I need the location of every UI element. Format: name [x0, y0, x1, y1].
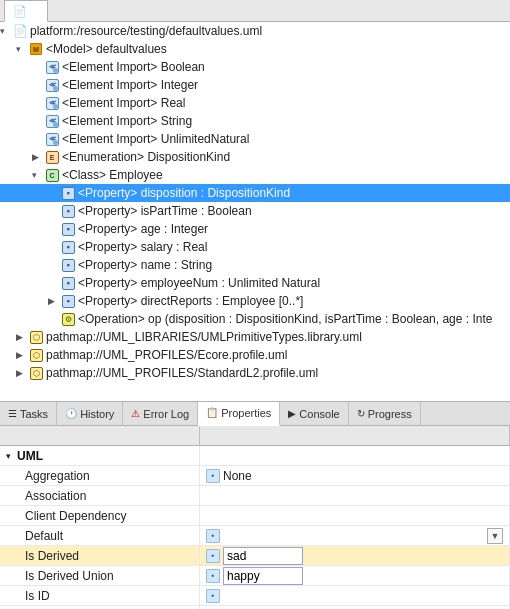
val-cell	[200, 506, 510, 525]
prop-label: Client Dependency	[25, 509, 126, 523]
tree-node-icon: ▪	[60, 221, 76, 237]
tree-node-icon: ⬡	[28, 329, 44, 345]
tree-panel: ▾📄platform:/resource/testing/defaultvalu…	[0, 22, 510, 402]
tree-node[interactable]: ▪<Property> isPartTime : Boolean	[0, 202, 510, 220]
prop-cell: Association	[0, 486, 200, 505]
tab-label: Tasks	[20, 408, 48, 420]
is-derived-input[interactable]	[223, 547, 303, 565]
props-row-is-derived: Is Derived▪	[0, 546, 510, 566]
tree-node[interactable]: ▪<Property> salary : Real	[0, 238, 510, 256]
tab-properties[interactable]: 📋Properties	[198, 402, 280, 426]
tree-node[interactable]: ▶E<Enumeration> DispositionKind	[0, 148, 510, 166]
props-row-default: Default▪▼	[0, 526, 510, 546]
tree-expand-icon[interactable]: ▶	[48, 296, 60, 306]
val-cell[interactable]: ▪	[200, 566, 510, 585]
props-icon: 📋	[206, 407, 218, 418]
tree-node[interactable]: ▶⬡pathmap://UML_PROFILES/Ecore.profile.u…	[0, 346, 510, 364]
tree-node[interactable]: ▾📄platform:/resource/testing/defaultvalu…	[0, 22, 510, 40]
tree-node[interactable]: ≪<Element Import> Boolean	[0, 58, 510, 76]
tree-expand-icon[interactable]: ▶	[16, 332, 28, 342]
tree-node-icon: ▪	[60, 203, 76, 219]
val-icon: ▪	[206, 469, 220, 483]
tab-errorlog[interactable]: ⚠Error Log	[123, 402, 198, 426]
prop-label: Default	[25, 529, 63, 543]
props-rows: ▾UMLAggregation▪NoneAssociationClient De…	[0, 446, 510, 609]
tree-node-icon: ▪	[60, 185, 76, 201]
tree-expand-icon[interactable]: ▶	[16, 368, 28, 378]
prop-cell: Is Derived	[0, 546, 200, 565]
tab-progress[interactable]: ↻Progress	[349, 402, 421, 426]
val-cell	[200, 486, 510, 505]
tree-node-label: <Property> name : String	[78, 258, 212, 272]
tree-node[interactable]: ⚙<Operation> op (disposition : Dispositi…	[0, 310, 510, 328]
tree-node-label: <Class> Employee	[62, 168, 163, 182]
tree-node-icon: ▪	[60, 293, 76, 309]
val-cell	[200, 446, 510, 465]
val-column-header	[200, 426, 510, 445]
tree-node-icon: ⬡	[28, 347, 44, 363]
tab-label: Properties	[221, 407, 271, 419]
tree-node[interactable]: ▪<Property> employeeNum : Unlimited Natu…	[0, 274, 510, 292]
tree-node-label: <Element Import> Boolean	[62, 60, 205, 74]
props-row-association: Association	[0, 486, 510, 506]
dropdown-button[interactable]: ▼	[487, 528, 503, 544]
tree-node[interactable]: ▶▪<Property> directReports : Employee [0…	[0, 292, 510, 310]
tree-node-label: <Property> salary : Real	[78, 240, 207, 254]
tree-node-label: platform:/resource/testing/defaultvalues…	[30, 24, 262, 38]
tree-expand-icon[interactable]: ▾	[32, 170, 44, 180]
tree-node-label: <Element Import> UnlimitedNatural	[62, 132, 249, 146]
bottom-tab-bar: ☰Tasks🕐History⚠Error Log📋Properties▶Cons…	[0, 402, 510, 426]
tree-node-label: pathmap://UML_PROFILES/Ecore.profile.uml	[46, 348, 287, 362]
tree-node-icon: ≪	[44, 131, 60, 147]
clock-icon: 🕐	[65, 408, 77, 419]
tree-node-label: <Property> disposition : DispositionKind	[78, 186, 290, 200]
tab-label: Progress	[368, 408, 412, 420]
val-cell[interactable]: ▪	[200, 546, 510, 565]
tree-node[interactable]: ≪<Element Import> String	[0, 112, 510, 130]
val-icon: ▪	[206, 529, 220, 543]
tree-expand-icon[interactable]: ▾	[16, 44, 28, 54]
tree-node-icon: ▪	[60, 257, 76, 273]
tab-tasks[interactable]: ☰Tasks	[0, 402, 57, 426]
tree-node-icon: E	[44, 149, 60, 165]
bottom-panel: ☰Tasks🕐History⚠Error Log📋Properties▶Cons…	[0, 402, 510, 609]
tree-node[interactable]: ▪<Property> age : Integer	[0, 220, 510, 238]
is-derived-union-input[interactable]	[223, 567, 303, 585]
tree-node[interactable]: ▶⬡pathmap://UML_PROFILES/StandardL2.prof…	[0, 364, 510, 382]
val-cell: ▪	[200, 586, 510, 605]
val-text: None	[223, 469, 252, 483]
tree-node-icon: ≪	[44, 113, 60, 129]
tree-node-icon: M	[28, 41, 44, 57]
tree-node-icon: 📄	[12, 23, 28, 39]
tree-node-icon: C	[44, 167, 60, 183]
tree-node[interactable]: ≪<Element Import> Integer	[0, 76, 510, 94]
tree-expand-icon[interactable]: ▶	[32, 152, 44, 162]
tab-console[interactable]: ▶Console	[280, 402, 348, 426]
tree-node[interactable]: ≪<Element Import> Real	[0, 94, 510, 112]
tree-node-label: <Element Import> String	[62, 114, 192, 128]
tree-node[interactable]: ▾M<Model> defaultvalues	[0, 40, 510, 58]
tab-defaultvalues-uml[interactable]: 📄	[4, 0, 48, 22]
tree-node-label: <Property> directReports : Employee [0..…	[78, 294, 303, 308]
tree-expand-icon[interactable]: ▶	[16, 350, 28, 360]
tree-node-icon: ⬡	[28, 365, 44, 381]
tab-history[interactable]: 🕐History	[57, 402, 123, 426]
group-expand-icon[interactable]: ▾	[6, 451, 11, 461]
tree-node[interactable]: ▪<Property> name : String	[0, 256, 510, 274]
tree-expand-icon[interactable]: ▾	[0, 26, 12, 36]
val-cell: ▪None	[200, 466, 510, 485]
tree-node[interactable]: ▶⬡pathmap://UML_LIBRARIES/UMLPrimitiveTy…	[0, 328, 510, 346]
props-row-is-derived-union: Is Derived Union▪	[0, 566, 510, 586]
prop-label: Is Derived	[25, 549, 79, 563]
tree-node-label: <Property> employeeNum : Unlimited Natur…	[78, 276, 320, 290]
val-cell[interactable]: ▪▼	[200, 526, 510, 545]
prop-column-header	[0, 426, 200, 445]
top-tab-bar: 📄	[0, 0, 510, 22]
tree-node[interactable]: ≪<Element Import> UnlimitedNatural	[0, 130, 510, 148]
props-row-group-uml: ▾UML	[0, 446, 510, 466]
tree-node[interactable]: ▾C<Class> Employee	[0, 166, 510, 184]
prop-cell: Client Dependency	[0, 506, 200, 525]
tree-node[interactable]: ▪<Property> disposition : DispositionKin…	[0, 184, 510, 202]
tree-node-label: <Property> isPartTime : Boolean	[78, 204, 252, 218]
tree-node-label: pathmap://UML_PROFILES/StandardL2.profil…	[46, 366, 318, 380]
